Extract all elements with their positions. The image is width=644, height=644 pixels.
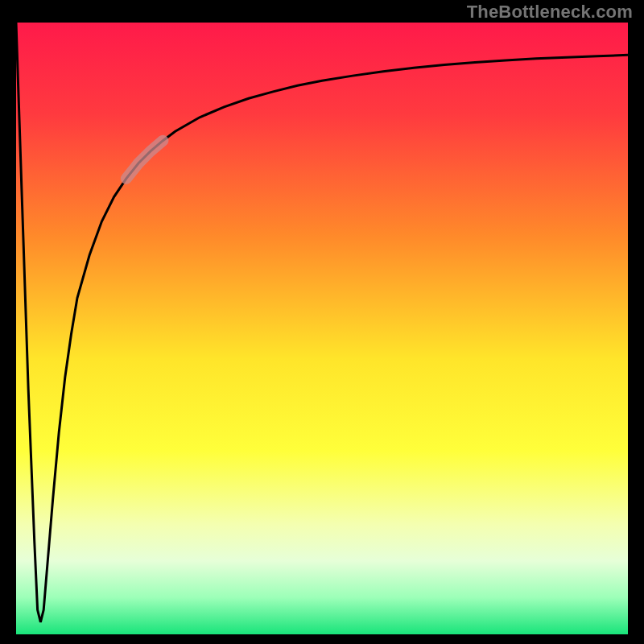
plot-area (16, 23, 628, 634)
chart-frame: TheBottleneck.com (0, 0, 644, 644)
watermark-label: TheBottleneck.com (467, 2, 633, 23)
chart-svg (16, 23, 628, 634)
gradient-background (16, 23, 628, 634)
